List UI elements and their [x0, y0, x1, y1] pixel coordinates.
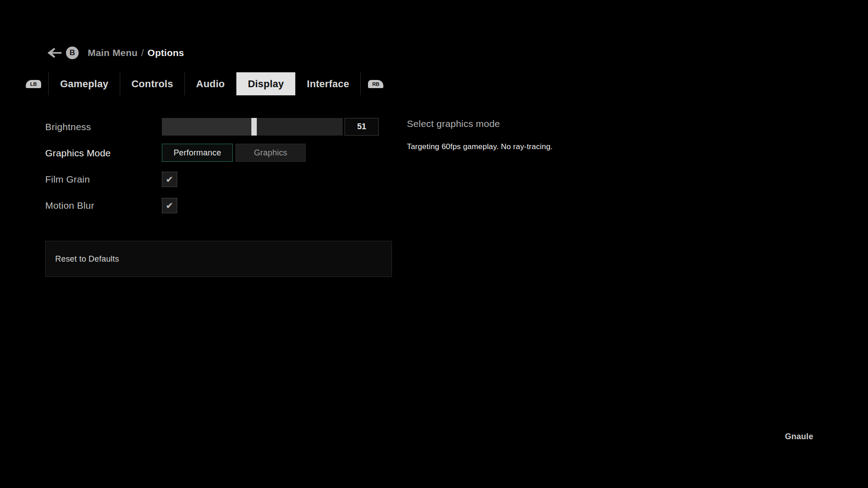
brightness-slider-fill: [162, 118, 254, 136]
brightness-value: 51: [344, 118, 379, 136]
info-panel: Select graphics mode Targeting 60fps gam…: [407, 118, 723, 151]
tab-display[interactable]: Display: [236, 72, 295, 95]
tab-audio[interactable]: Audio: [185, 72, 236, 95]
film-grain-label: Film Grain: [45, 172, 90, 187]
checkmark-icon: ✔: [166, 175, 174, 184]
graphics-mode-label: Graphics Mode: [45, 144, 111, 163]
gamepad-rb-button-icon: RB: [368, 80, 383, 88]
tab-gameplay[interactable]: Gameplay: [49, 72, 120, 95]
options-tab-bar: LB Gameplay Controls Audio Display Inter…: [26, 72, 383, 95]
brightness-slider[interactable]: [162, 118, 343, 136]
tab-controls[interactable]: Controls: [120, 72, 184, 95]
info-panel-title: Select graphics mode: [407, 118, 723, 129]
graphics-mode-graphics-button[interactable]: Graphics: [236, 144, 306, 162]
profile-name: Gnaule: [785, 432, 813, 441]
breadcrumb-parent[interactable]: Main Menu: [88, 47, 137, 58]
breadcrumb-separator: /: [141, 47, 144, 58]
breadcrumb: B Main Menu/Options: [47, 47, 184, 59]
brightness-control: 51: [162, 118, 379, 136]
graphics-mode-row: Graphics Mode Performance Graphics: [45, 144, 380, 163]
gamepad-b-button-icon: B: [66, 47, 79, 59]
film-grain-control: ✔: [162, 172, 177, 187]
motion-blur-control: ✔: [162, 198, 177, 213]
info-panel-description: Targeting 60fps gameplay. No ray-tracing…: [407, 142, 723, 151]
breadcrumb-current: Options: [147, 47, 184, 58]
reset-to-defaults-button[interactable]: Reset to Defaults: [45, 241, 392, 277]
film-grain-row: Film Grain ✔: [45, 172, 380, 187]
checkmark-icon: ✔: [166, 201, 174, 210]
brightness-thumb[interactable]: [251, 118, 257, 136]
brightness-row: Brightness 51: [45, 118, 380, 136]
tab-divider: [360, 72, 361, 95]
film-grain-checkbox[interactable]: ✔: [162, 172, 177, 187]
graphics-mode-performance-button[interactable]: Performance: [162, 144, 233, 162]
motion-blur-checkbox[interactable]: ✔: [162, 198, 177, 213]
motion-blur-label: Motion Blur: [45, 198, 94, 213]
graphics-mode-control: Performance Graphics: [162, 144, 306, 162]
motion-blur-row: Motion Blur ✔: [45, 198, 380, 213]
gamepad-lb-button-icon: LB: [26, 80, 41, 88]
back-arrow-icon: [47, 48, 62, 58]
brightness-label: Brightness: [45, 118, 91, 136]
tab-interface[interactable]: Interface: [296, 72, 361, 95]
breadcrumb-text: Main Menu/Options: [88, 47, 184, 58]
options-screen: B Main Menu/Options LB Gameplay Controls…: [0, 0, 868, 488]
back-button[interactable]: B: [47, 47, 79, 59]
